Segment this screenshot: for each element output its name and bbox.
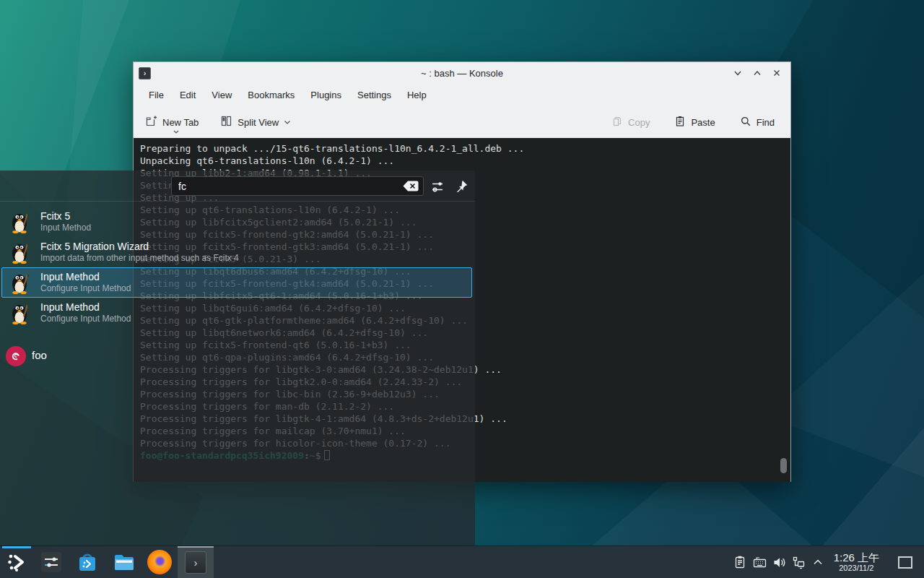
debian-swirl-icon [9,350,22,363]
terminal-line: Preparing to unpack .../15-qt6-translati… [140,142,790,155]
tux-penguin-icon [8,270,32,295]
paste-button[interactable]: Paste [671,111,718,134]
app-launcher-overlay: foo [0,171,475,545]
keyboard-icon [752,555,767,570]
result-subtitle: Import data from other input method such… [40,253,239,264]
launcher-search[interactable] [171,176,424,196]
file-manager-button[interactable] [105,546,141,578]
chevron-up-icon [811,556,824,569]
result-fcitx5[interactable]: Fcitx 5 Input Method [1,207,472,237]
taskbar: › [0,545,924,578]
menu-file[interactable]: File [141,87,172,103]
new-tab-icon [145,115,157,129]
find-icon [740,116,751,129]
clock-time: 1:26 上午 [834,551,879,564]
split-view-icon [220,115,232,129]
backspace-icon [402,180,419,192]
copy-icon [611,116,623,129]
terminal-scrollbar[interactable] [780,458,787,473]
result-fcitx5-migration-wizard[interactable]: Fcitx 5 Migration Wizard Import data fro… [1,237,472,267]
close-button[interactable] [770,66,783,79]
new-tab-menu-caret [173,125,179,136]
menu-edit[interactable]: Edit [172,87,204,103]
result-title: Input Method [40,301,131,314]
network-icon [791,555,806,570]
clock[interactable]: 1:26 上午 2023/11/2 [834,551,879,573]
clock-date: 2023/11/2 [834,564,879,573]
window-titlebar[interactable]: › ~ : bash — Konsole [134,62,790,84]
tux-penguin-icon [8,301,32,325]
split-view-button[interactable]: Split View [217,111,294,134]
search-results: Fcitx 5 Input Method Fcitx 5 Migration W… [1,207,472,328]
volume-tray-button[interactable] [770,550,789,574]
result-title: Fcitx 5 Migration Wizard [40,241,239,253]
pushpin-icon [454,179,468,194]
firefox-button[interactable] [141,546,178,578]
sliders-icon [40,551,63,574]
clear-search-button[interactable] [401,178,421,194]
menu-help[interactable]: Help [399,87,435,103]
tray-expand-button[interactable] [808,550,828,574]
pin-button[interactable] [453,178,470,195]
firefox-icon [147,550,172,574]
find-button[interactable]: Find [737,111,777,134]
tux-penguin-icon [8,240,32,264]
result-input-method[interactable]: Input Method Configure Input Method [1,298,472,328]
network-tray-button[interactable] [789,550,808,574]
new-tab-button[interactable]: New Tab [142,111,201,134]
volume-icon [772,555,787,570]
shopping-bag-icon [76,551,99,574]
tux-penguin-icon [8,210,32,234]
system-tray: 1:26 上午 2023/11/2 [731,550,924,574]
system-settings-button[interactable] [33,546,69,578]
search-input[interactable] [172,181,401,192]
menu-view[interactable]: View [204,87,240,103]
discover-button[interactable] [69,546,105,578]
result-title: Input Method [40,271,131,283]
search-options-button[interactable] [429,178,446,195]
paste-icon [674,116,686,129]
keyboard-tray-button[interactable] [750,550,770,574]
launcher-active-indicator [2,546,31,548]
sliders-icon [430,179,445,194]
konsole-task-button[interactable]: › [178,546,214,578]
clipboard-tray-button[interactable] [731,550,750,574]
kde-kickoff-icon [6,551,27,573]
distro-logo[interactable] [6,346,26,366]
split-view-caret [284,120,291,125]
show-desktop-button[interactable] [898,556,912,569]
menu-plugins[interactable]: Plugins [302,87,349,103]
result-subtitle: Configure Input Method [40,314,131,324]
result-title: Fcitx 5 [40,210,91,223]
maximize-button[interactable] [751,66,764,79]
menu-settings[interactable]: Settings [349,87,399,103]
minimize-button[interactable] [731,66,744,79]
window-title: ~ : bash — Konsole [134,68,790,79]
terminal-line: Unpacking qt6-translations-l10n (6.4.2-1… [140,155,790,167]
clipboard-icon [733,555,747,569]
result-subtitle: Configure Input Method [40,283,131,294]
menu-bookmarks[interactable]: Bookmarks [240,87,302,103]
toolbar: New Tab Split View Cop [134,106,790,138]
folder-icon [112,551,135,574]
terminal-icon: › [185,551,206,574]
launcher-user-name: foo [32,349,47,361]
result-subtitle: Input Method [40,223,91,233]
result-input-method-selected[interactable]: Input Method Configure Input Method [1,267,472,298]
app-launcher-button[interactable] [0,546,33,578]
launcher-separator [0,201,475,202]
menu-bar: File Edit View Bookmarks Plugins Setting… [134,84,790,106]
copy-button[interactable]: Copy [609,111,653,134]
